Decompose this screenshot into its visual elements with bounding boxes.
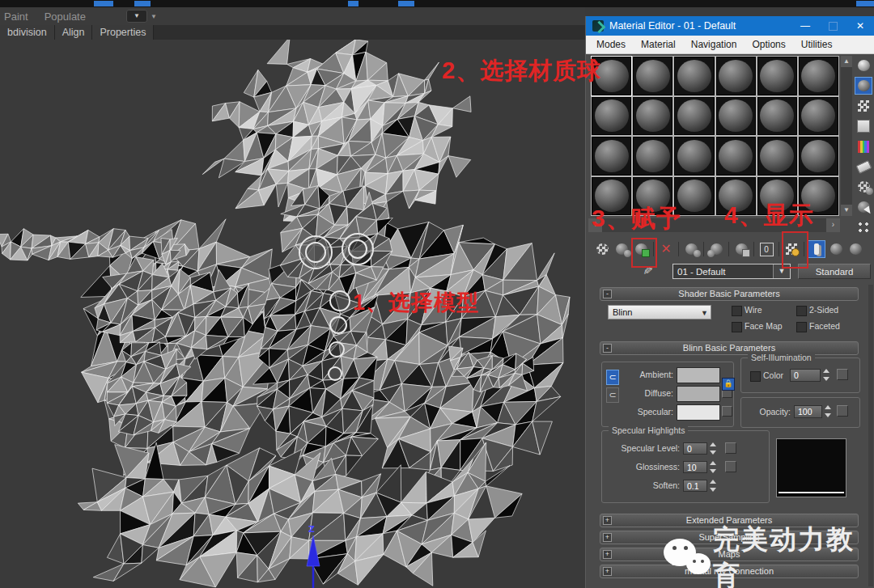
expand-icon[interactable]: + bbox=[603, 533, 612, 542]
material-slot[interactable] bbox=[757, 96, 798, 137]
material-slot[interactable] bbox=[757, 136, 798, 176]
diffuse-color-swatch[interactable] bbox=[677, 386, 720, 402]
material-slot[interactable] bbox=[715, 56, 757, 96]
ambient-diffuse-lock-button[interactable]: ⊂ bbox=[606, 370, 619, 385]
material-slot[interactable] bbox=[632, 96, 673, 137]
material-map-navigator-button[interactable] bbox=[855, 218, 872, 236]
specular-map-button[interactable] bbox=[722, 406, 732, 417]
material-slot[interactable] bbox=[673, 56, 715, 96]
ribbon-panel-subdivision[interactable]: bdivision bbox=[0, 25, 55, 40]
scroll-down-icon[interactable]: ▼ bbox=[841, 205, 852, 216]
background-button[interactable] bbox=[855, 97, 872, 115]
spinner-2[interactable] bbox=[708, 480, 717, 492]
material-slot[interactable] bbox=[757, 56, 798, 96]
checkbox-faceted[interactable] bbox=[796, 322, 807, 332]
field-2[interactable]: 0.1 bbox=[683, 480, 707, 492]
self-illumination-value[interactable]: 0 bbox=[790, 369, 821, 382]
expand-icon[interactable]: + bbox=[603, 550, 612, 559]
spinner-1[interactable] bbox=[708, 461, 717, 473]
ribbon-dropdown-icon[interactable]: ▼ bbox=[151, 13, 157, 20]
ribbon-panel-properties[interactable]: Properties bbox=[92, 25, 154, 40]
ribbon-tab-populate[interactable]: Populate bbox=[36, 11, 94, 23]
material-slot[interactable] bbox=[591, 136, 632, 176]
go-forward-to-sibling-button[interactable] bbox=[846, 239, 865, 259]
material-slot[interactable] bbox=[632, 56, 673, 96]
map-button-1[interactable] bbox=[725, 461, 736, 472]
material-slot[interactable] bbox=[798, 136, 839, 176]
diffuse-specular-lock-button[interactable]: ⊂ bbox=[606, 387, 619, 403]
lock-icon[interactable]: 🔒 bbox=[722, 378, 735, 391]
spinner-0[interactable] bbox=[708, 442, 717, 455]
expand-icon[interactable]: + bbox=[603, 567, 612, 576]
video-color-check-button[interactable] bbox=[855, 137, 872, 155]
screen: Z Paint Populate ▼ ▼ bdivision Align Pro… bbox=[0, 0, 874, 588]
material-name-dropdown[interactable]: 01 - Default ▼ bbox=[672, 264, 791, 279]
menu-modes[interactable]: Modes bbox=[596, 39, 626, 50]
material-slot[interactable] bbox=[673, 96, 715, 137]
material-slot[interactable] bbox=[798, 56, 839, 96]
collapse-icon[interactable]: - bbox=[603, 344, 612, 353]
checkbox-wire[interactable] bbox=[732, 306, 742, 316]
get-material-button[interactable] bbox=[592, 239, 612, 259]
material-slot[interactable] bbox=[632, 136, 673, 176]
opacity-spinner[interactable] bbox=[823, 405, 832, 417]
checkbox-2-sided[interactable] bbox=[796, 306, 807, 316]
chevron-down-icon[interactable]: ▼ bbox=[701, 307, 708, 319]
self-illumination-spinner[interactable] bbox=[821, 369, 830, 381]
ambient-color-swatch[interactable] bbox=[677, 367, 720, 383]
titlebar[interactable]: Material Editor - 01 - Default — ✕ bbox=[586, 16, 874, 36]
options-button[interactable] bbox=[855, 178, 872, 196]
material-slot[interactable] bbox=[673, 136, 715, 176]
viewport-3d[interactable]: Z bbox=[0, 0, 585, 588]
material-type-button[interactable]: Standard bbox=[798, 264, 871, 279]
reset-map-button[interactable]: ✕ bbox=[656, 239, 676, 259]
color-label: Color bbox=[763, 370, 783, 380]
opacity-value[interactable]: 100 bbox=[794, 405, 822, 418]
ribbon-minimize-button[interactable]: ▼ bbox=[126, 10, 147, 23]
specular-color-swatch[interactable] bbox=[677, 404, 720, 421]
options-glyph bbox=[858, 181, 870, 192]
group-title: Specular Highlights bbox=[609, 425, 688, 435]
material-slot[interactable] bbox=[798, 96, 839, 137]
maximize-button[interactable] bbox=[819, 16, 846, 36]
select-by-material-button[interactable] bbox=[855, 198, 872, 216]
scroll-up-icon[interactable]: ▲ bbox=[841, 56, 852, 67]
expand-icon[interactable]: + bbox=[603, 516, 612, 525]
material-slot[interactable] bbox=[715, 96, 757, 137]
ribbon-panel-align[interactable]: Align bbox=[55, 25, 93, 40]
menu-options[interactable]: Options bbox=[752, 39, 785, 50]
sample-uv-tiling-button[interactable] bbox=[855, 117, 872, 135]
backlight-button[interactable] bbox=[855, 77, 872, 95]
menu-utilities[interactable]: Utilities bbox=[801, 39, 833, 50]
slots-vertical-scrollbar[interactable]: ▲ ▼ bbox=[841, 56, 852, 216]
rollout-shader-basic[interactable]: - Shader Basic Parameters bbox=[600, 287, 859, 301]
go-to-parent-button[interactable] bbox=[826, 239, 846, 259]
put-to-library-button[interactable] bbox=[732, 239, 751, 259]
show-end-result-button[interactable] bbox=[807, 239, 826, 259]
field-0[interactable]: 0 bbox=[683, 442, 707, 455]
field-1[interactable]: 10 bbox=[683, 461, 707, 473]
shader-type-dropdown[interactable]: Blinn ▼ bbox=[608, 305, 711, 319]
rollout-blinn-basic[interactable]: - Blinn Basic Parameters bbox=[600, 341, 859, 355]
menu-navigation[interactable]: Navigation bbox=[691, 39, 737, 50]
make-material-copy-button[interactable] bbox=[681, 239, 701, 259]
material-sphere bbox=[677, 99, 711, 132]
close-button[interactable]: ✕ bbox=[846, 16, 874, 36]
menu-material[interactable]: Material bbox=[641, 39, 676, 50]
material-slot[interactable] bbox=[591, 96, 632, 137]
opacity-map-button[interactable] bbox=[837, 405, 848, 417]
material-slot[interactable] bbox=[715, 136, 757, 176]
make-unique-button[interactable] bbox=[706, 239, 726, 259]
self-illumination-color-checkbox[interactable] bbox=[750, 371, 761, 382]
material-id-channel-button[interactable]: 0 bbox=[757, 239, 776, 259]
minimize-button[interactable]: — bbox=[791, 16, 819, 36]
checkbox-face-map[interactable] bbox=[732, 322, 742, 332]
collapse-icon[interactable]: - bbox=[603, 290, 612, 298]
put-material-to-scene-button[interactable] bbox=[612, 239, 631, 259]
scroll-right-icon[interactable]: › bbox=[826, 218, 840, 232]
self-illumination-map-button[interactable] bbox=[837, 369, 848, 380]
sample-type-button[interactable] bbox=[855, 57, 872, 74]
make-preview-button[interactable] bbox=[855, 158, 872, 176]
map-button-0[interactable] bbox=[725, 442, 736, 454]
ribbon-tab-paint[interactable]: Paint bbox=[0, 11, 36, 23]
